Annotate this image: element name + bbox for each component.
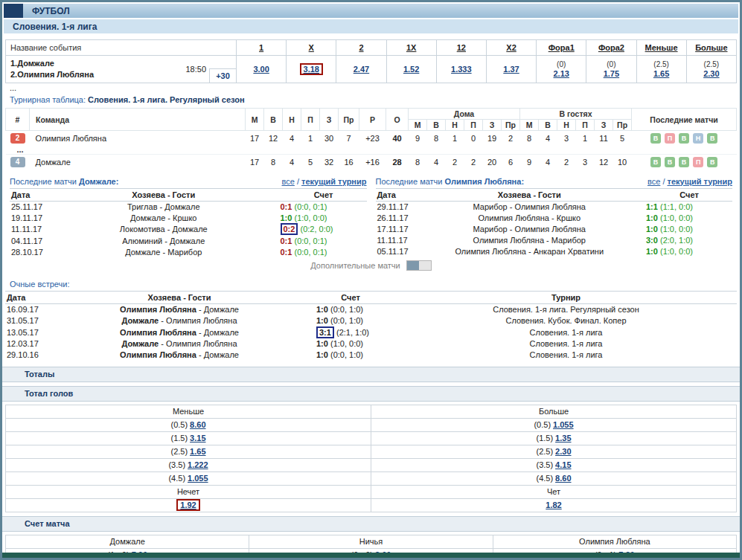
event-teams[interactable]: 1.Домжале 2.Олимпия Любляна [6,56,175,83]
market-header-over-link[interactable]: Больше [695,43,727,52]
stat-cell: 4 [427,155,446,170]
highlight-blue-box: 3:1 [316,326,334,338]
stat-header: М [246,109,264,131]
market-header-fora1[interactable]: Фора1 [537,40,586,56]
odds-cell-fora1[interactable]: (0)2.13 [537,56,586,83]
odds-value[interactable]: 4.15 [555,460,571,469]
odds-value-1x[interactable]: 1.52 [403,65,419,74]
total-under-cell[interactable]: (4.5)1.055 [6,472,371,485]
odds-value-fora1[interactable]: 2.13 [554,69,569,78]
market-header-2-link[interactable]: 2 [359,43,363,52]
odds-value-1[interactable]: 3.00 [253,65,269,74]
odds-value-fora2[interactable]: 1.75 [604,69,619,78]
market-header-x2[interactable]: X2 [486,40,536,56]
odds-value[interactable]: 1.92 [180,501,196,509]
odds-value-under[interactable]: 1.65 [653,69,669,78]
total-under-cell[interactable]: (3.5)1.222 [6,458,371,472]
odds-value[interactable]: 3.15 [190,434,205,442]
total-goals-section-header[interactable]: Тотал голов [2,386,740,402]
stat-cell: 17 [246,155,264,170]
market-header-over[interactable]: Больше [686,40,736,56]
filter-all-link[interactable]: все [282,177,295,186]
odds-value-12[interactable]: 1.333 [451,65,472,74]
market-header-fora2-link[interactable]: Фора2 [598,43,624,52]
match-teams: Алюминий - Домжале [56,235,272,246]
market-header-under[interactable]: Меньше [636,40,686,56]
market-header-1[interactable]: 1 [237,40,287,56]
total-under-cell[interactable]: (0.5)8.60 [6,418,371,431]
odds-value[interactable]: 1.222 [188,460,208,469]
total-under-cell[interactable]: (2.5)1.65 [6,445,371,458]
market-header-under-link[interactable]: Меньше [645,43,678,52]
odds-value[interactable]: 8.60 [190,420,205,429]
team-header: Команда [30,109,246,131]
odds-value-over[interactable]: 2.30 [703,69,719,78]
odds-cell-x[interactable]: 3.18 [287,56,336,83]
market-header-fora1-link[interactable]: Фора1 [548,43,575,52]
odds-value[interactable]: 1.82 [546,501,561,509]
form-badge-win: В [679,133,689,144]
filter-current-link[interactable]: текущий турнир [301,177,366,186]
market-header-2[interactable]: 2 [336,40,386,56]
toggle-off-segment[interactable] [419,261,431,270]
odds-cell-1[interactable]: 3.00 [237,56,287,83]
even-column-label: Чет [371,485,737,498]
odds-value[interactable]: 1.055 [188,474,208,483]
even-odds-cell[interactable]: 1.82 [371,498,737,512]
odds-value[interactable]: 8.60 [555,474,571,483]
market-header-x[interactable]: X [287,40,336,56]
total-over-cell[interactable]: (0.5)1.055 [371,418,737,431]
filter-all-link[interactable]: все [647,177,660,186]
market-header-12-link[interactable]: 12 [457,43,466,52]
league-title: Словения. 1-я лига [4,19,738,33]
form-badges: В В В П В [632,155,737,170]
event-team-2[interactable]: 2.Олимпия Любляна [10,69,175,80]
odds-cell-over[interactable]: (2.5)2.30 [686,56,736,83]
points-cell: 28 [386,155,409,170]
match-score: 0:1 (0:0, 0:1) [272,246,367,257]
odds-value-x2[interactable]: 1.37 [503,65,519,74]
score-col-home: Домжале [6,535,249,548]
more-markets-button[interactable]: +30 [209,68,236,83]
totals-row: (4.5)1.055 (4.5)8.60 [6,472,737,485]
odds-cell-1x[interactable]: 1.52 [386,56,436,83]
stat-cell: 16 [339,155,359,170]
form-badge-win: В [650,157,661,167]
filter-current-link[interactable]: текущий турнир [668,177,732,186]
total-over-cell[interactable]: (3.5)4.15 [371,458,737,472]
match-score-section-header[interactable]: Счет матча [2,516,740,532]
odds-value-x[interactable]: 3.18 [304,65,319,74]
additional-matches-toggle[interactable] [406,260,432,271]
odd-odds-cell[interactable]: 1.92 [6,498,371,512]
odds-cell-under[interactable]: (2.5)1.65 [636,56,686,83]
event-team-1[interactable]: 1.Домжале [10,58,175,69]
stat-cell: 8 [264,155,283,170]
stat-cell: 5 [613,131,632,147]
total-over-cell[interactable]: (1.5)1.35 [371,431,737,445]
match-date: 13.05.17 [5,326,53,338]
total-over-cell[interactable]: (2.5)2.30 [371,445,737,458]
odds-cell-x2[interactable]: 1.37 [486,56,536,83]
market-header-1-link[interactable]: 1 [259,43,263,52]
market-header-1x[interactable]: 1X [386,40,436,56]
odds-cell-2[interactable]: 2.47 [336,56,386,83]
match-teams: Домжале - Олимпия Любляна [53,338,306,350]
market-header-1x-link[interactable]: 1X [406,43,416,52]
market-header-fora2[interactable]: Фора2 [586,40,636,56]
odds-value[interactable]: 1.35 [555,434,571,442]
totals-section-header[interactable]: Тоталы [2,367,740,382]
market-header-x-link[interactable]: X [309,43,314,52]
team-name[interactable]: Олимпия Любляна [30,131,246,147]
market-header-x2-link[interactable]: X2 [506,43,516,52]
odds-cell-fora2[interactable]: (0)1.75 [586,56,636,83]
market-header-12[interactable]: 12 [436,40,486,56]
total-under-cell[interactable]: (1.5)3.15 [6,431,371,445]
team-name[interactable]: Домжале [30,155,246,170]
toggle-on-segment[interactable] [407,261,419,270]
total-over-cell[interactable]: (4.5)8.60 [371,472,737,485]
odds-cell-12[interactable]: 1.333 [436,56,486,83]
odds-value[interactable]: 1.055 [553,420,574,429]
odds-value-2[interactable]: 2.47 [354,65,369,74]
odds-value[interactable]: 2.30 [555,447,571,456]
odds-value[interactable]: 1.65 [190,447,205,456]
